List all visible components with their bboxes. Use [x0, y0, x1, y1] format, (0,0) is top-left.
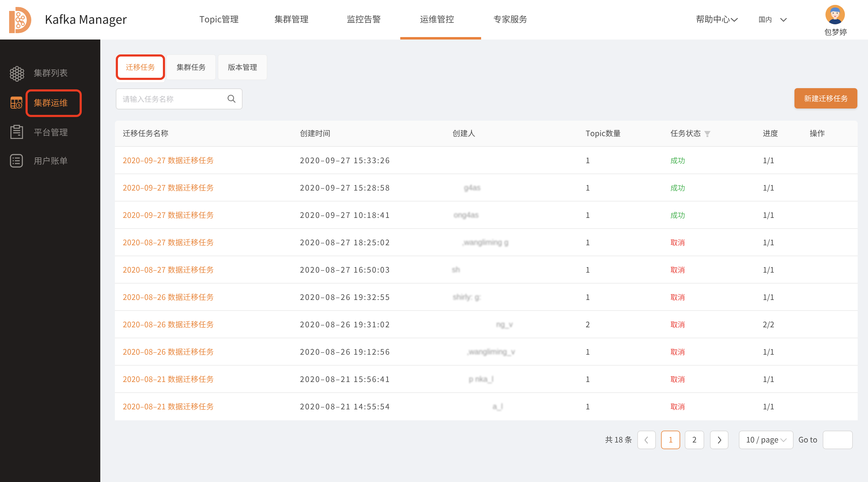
svg-text:$: $: [18, 103, 20, 107]
